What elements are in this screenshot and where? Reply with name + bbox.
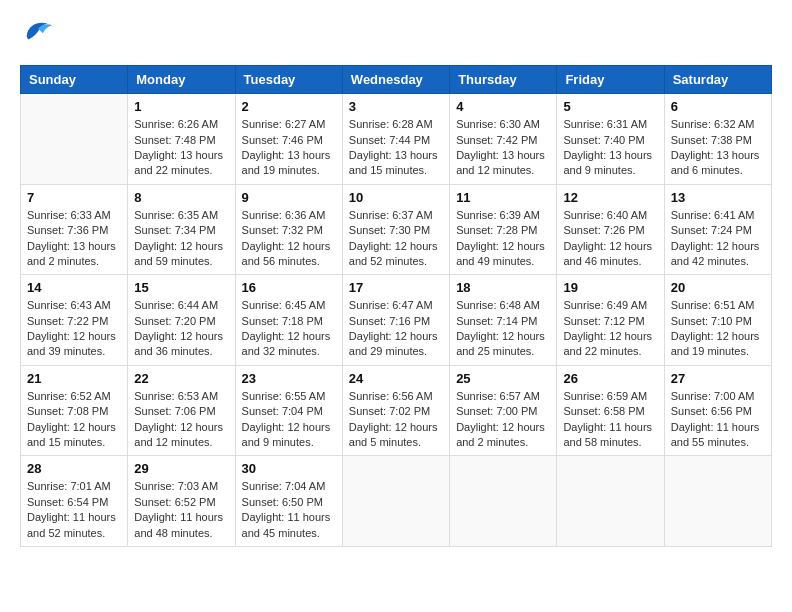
day-info: Sunrise: 6:49 AMSunset: 7:12 PMDaylight:… — [563, 298, 657, 360]
day-number: 21 — [27, 371, 121, 386]
calendar-cell: 17Sunrise: 6:47 AMSunset: 7:16 PMDayligh… — [342, 275, 449, 366]
day-info: Sunrise: 6:33 AMSunset: 7:36 PMDaylight:… — [27, 208, 121, 270]
day-info: Sunrise: 6:27 AMSunset: 7:46 PMDaylight:… — [242, 117, 336, 179]
weekday-header-friday: Friday — [557, 66, 664, 94]
day-number: 16 — [242, 280, 336, 295]
calendar-cell: 20Sunrise: 6:51 AMSunset: 7:10 PMDayligh… — [664, 275, 771, 366]
day-info: Sunrise: 6:41 AMSunset: 7:24 PMDaylight:… — [671, 208, 765, 270]
weekday-header-wednesday: Wednesday — [342, 66, 449, 94]
day-info: Sunrise: 6:44 AMSunset: 7:20 PMDaylight:… — [134, 298, 228, 360]
logo-text — [20, 20, 54, 49]
day-info: Sunrise: 6:55 AMSunset: 7:04 PMDaylight:… — [242, 389, 336, 451]
day-number: 17 — [349, 280, 443, 295]
calendar-cell: 9Sunrise: 6:36 AMSunset: 7:32 PMDaylight… — [235, 184, 342, 275]
day-number: 22 — [134, 371, 228, 386]
calendar-cell: 26Sunrise: 6:59 AMSunset: 6:58 PMDayligh… — [557, 365, 664, 456]
day-number: 10 — [349, 190, 443, 205]
calendar-cell: 27Sunrise: 7:00 AMSunset: 6:56 PMDayligh… — [664, 365, 771, 456]
day-number: 26 — [563, 371, 657, 386]
calendar-cell: 16Sunrise: 6:45 AMSunset: 7:18 PMDayligh… — [235, 275, 342, 366]
logo-bird-icon — [22, 16, 54, 44]
day-number: 30 — [242, 461, 336, 476]
day-number: 6 — [671, 99, 765, 114]
calendar-cell: 8Sunrise: 6:35 AMSunset: 7:34 PMDaylight… — [128, 184, 235, 275]
day-info: Sunrise: 6:59 AMSunset: 6:58 PMDaylight:… — [563, 389, 657, 451]
day-number: 11 — [456, 190, 550, 205]
calendar-cell — [557, 456, 664, 547]
calendar-cell: 28Sunrise: 7:01 AMSunset: 6:54 PMDayligh… — [21, 456, 128, 547]
day-number: 20 — [671, 280, 765, 295]
day-number: 1 — [134, 99, 228, 114]
day-number: 25 — [456, 371, 550, 386]
week-row-4: 21Sunrise: 6:52 AMSunset: 7:08 PMDayligh… — [21, 365, 772, 456]
day-number: 18 — [456, 280, 550, 295]
week-row-1: 1Sunrise: 6:26 AMSunset: 7:48 PMDaylight… — [21, 94, 772, 185]
day-info: Sunrise: 7:03 AMSunset: 6:52 PMDaylight:… — [134, 479, 228, 541]
weekday-header-tuesday: Tuesday — [235, 66, 342, 94]
day-number: 4 — [456, 99, 550, 114]
weekday-header-sunday: Sunday — [21, 66, 128, 94]
week-row-3: 14Sunrise: 6:43 AMSunset: 7:22 PMDayligh… — [21, 275, 772, 366]
day-number: 5 — [563, 99, 657, 114]
calendar-cell: 7Sunrise: 6:33 AMSunset: 7:36 PMDaylight… — [21, 184, 128, 275]
calendar-cell: 30Sunrise: 7:04 AMSunset: 6:50 PMDayligh… — [235, 456, 342, 547]
day-info: Sunrise: 6:47 AMSunset: 7:16 PMDaylight:… — [349, 298, 443, 360]
calendar-cell: 15Sunrise: 6:44 AMSunset: 7:20 PMDayligh… — [128, 275, 235, 366]
logo — [20, 20, 54, 49]
weekday-header-thursday: Thursday — [450, 66, 557, 94]
calendar-cell — [21, 94, 128, 185]
day-info: Sunrise: 6:56 AMSunset: 7:02 PMDaylight:… — [349, 389, 443, 451]
day-info: Sunrise: 6:30 AMSunset: 7:42 PMDaylight:… — [456, 117, 550, 179]
day-info: Sunrise: 6:31 AMSunset: 7:40 PMDaylight:… — [563, 117, 657, 179]
day-info: Sunrise: 6:36 AMSunset: 7:32 PMDaylight:… — [242, 208, 336, 270]
day-number: 12 — [563, 190, 657, 205]
calendar-cell: 2Sunrise: 6:27 AMSunset: 7:46 PMDaylight… — [235, 94, 342, 185]
weekday-header-monday: Monday — [128, 66, 235, 94]
calendar-cell: 21Sunrise: 6:52 AMSunset: 7:08 PMDayligh… — [21, 365, 128, 456]
day-info: Sunrise: 6:52 AMSunset: 7:08 PMDaylight:… — [27, 389, 121, 451]
day-number: 15 — [134, 280, 228, 295]
day-info: Sunrise: 6:53 AMSunset: 7:06 PMDaylight:… — [134, 389, 228, 451]
calendar-cell: 24Sunrise: 6:56 AMSunset: 7:02 PMDayligh… — [342, 365, 449, 456]
calendar-cell — [450, 456, 557, 547]
day-number: 27 — [671, 371, 765, 386]
day-number: 8 — [134, 190, 228, 205]
header — [20, 20, 772, 49]
day-number: 28 — [27, 461, 121, 476]
calendar-cell: 5Sunrise: 6:31 AMSunset: 7:40 PMDaylight… — [557, 94, 664, 185]
calendar-cell: 12Sunrise: 6:40 AMSunset: 7:26 PMDayligh… — [557, 184, 664, 275]
week-row-2: 7Sunrise: 6:33 AMSunset: 7:36 PMDaylight… — [21, 184, 772, 275]
calendar-cell: 19Sunrise: 6:49 AMSunset: 7:12 PMDayligh… — [557, 275, 664, 366]
calendar-cell: 29Sunrise: 7:03 AMSunset: 6:52 PMDayligh… — [128, 456, 235, 547]
day-info: Sunrise: 6:57 AMSunset: 7:00 PMDaylight:… — [456, 389, 550, 451]
day-info: Sunrise: 6:43 AMSunset: 7:22 PMDaylight:… — [27, 298, 121, 360]
day-info: Sunrise: 7:01 AMSunset: 6:54 PMDaylight:… — [27, 479, 121, 541]
day-number: 14 — [27, 280, 121, 295]
calendar-cell: 11Sunrise: 6:39 AMSunset: 7:28 PMDayligh… — [450, 184, 557, 275]
calendar-cell: 25Sunrise: 6:57 AMSunset: 7:00 PMDayligh… — [450, 365, 557, 456]
day-number: 23 — [242, 371, 336, 386]
day-number: 3 — [349, 99, 443, 114]
week-row-5: 28Sunrise: 7:01 AMSunset: 6:54 PMDayligh… — [21, 456, 772, 547]
weekday-header-saturday: Saturday — [664, 66, 771, 94]
day-info: Sunrise: 7:00 AMSunset: 6:56 PMDaylight:… — [671, 389, 765, 451]
day-number: 13 — [671, 190, 765, 205]
calendar-cell — [664, 456, 771, 547]
day-info: Sunrise: 6:40 AMSunset: 7:26 PMDaylight:… — [563, 208, 657, 270]
calendar-cell: 10Sunrise: 6:37 AMSunset: 7:30 PMDayligh… — [342, 184, 449, 275]
calendar-cell: 22Sunrise: 6:53 AMSunset: 7:06 PMDayligh… — [128, 365, 235, 456]
calendar-cell: 13Sunrise: 6:41 AMSunset: 7:24 PMDayligh… — [664, 184, 771, 275]
calendar: SundayMondayTuesdayWednesdayThursdayFrid… — [20, 65, 772, 547]
day-info: Sunrise: 6:26 AMSunset: 7:48 PMDaylight:… — [134, 117, 228, 179]
day-number: 24 — [349, 371, 443, 386]
day-info: Sunrise: 6:28 AMSunset: 7:44 PMDaylight:… — [349, 117, 443, 179]
calendar-cell: 23Sunrise: 6:55 AMSunset: 7:04 PMDayligh… — [235, 365, 342, 456]
day-info: Sunrise: 6:51 AMSunset: 7:10 PMDaylight:… — [671, 298, 765, 360]
day-info: Sunrise: 6:37 AMSunset: 7:30 PMDaylight:… — [349, 208, 443, 270]
calendar-cell: 6Sunrise: 6:32 AMSunset: 7:38 PMDaylight… — [664, 94, 771, 185]
calendar-cell: 3Sunrise: 6:28 AMSunset: 7:44 PMDaylight… — [342, 94, 449, 185]
day-number: 9 — [242, 190, 336, 205]
day-info: Sunrise: 6:35 AMSunset: 7:34 PMDaylight:… — [134, 208, 228, 270]
day-info: Sunrise: 7:04 AMSunset: 6:50 PMDaylight:… — [242, 479, 336, 541]
day-info: Sunrise: 6:32 AMSunset: 7:38 PMDaylight:… — [671, 117, 765, 179]
